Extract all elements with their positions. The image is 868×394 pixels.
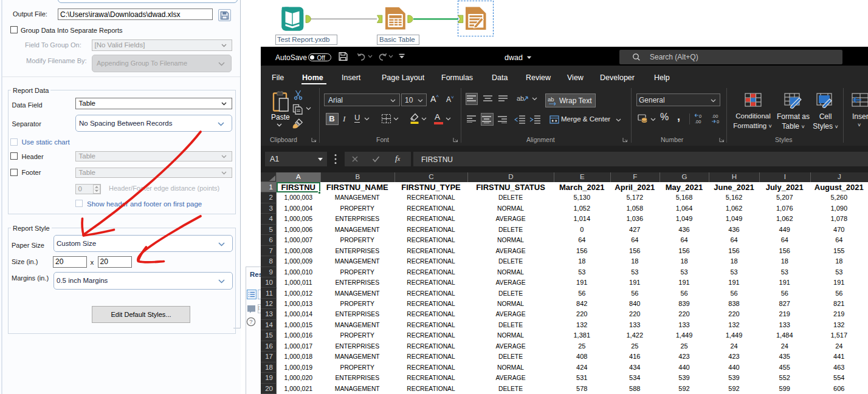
svg-text:.00: .00 — [695, 119, 701, 124]
svg-text:.00: .00 — [712, 114, 718, 119]
svg-text:?: ? — [249, 318, 252, 325]
svg-text:ab: ab — [548, 96, 554, 103]
svg-text:ab: ab — [517, 95, 524, 102]
svg-text:0: 0 — [699, 114, 701, 119]
svg-text:0: 0 — [717, 119, 719, 124]
